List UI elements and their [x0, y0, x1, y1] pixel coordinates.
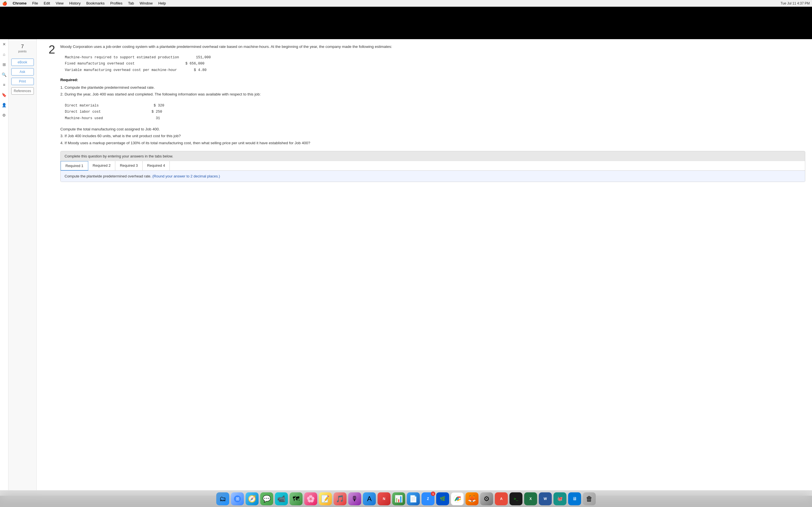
menu-bar: 🍎 Chrome File Edit View History Bookmark… [0, 0, 406, 7]
browser-content: ✕ ⌂ ⊞ 🔍 ≡ 🔖 👤 ⚙ 7 points eBook Ask Print… [0, 39, 406, 253]
tab-required-3[interactable]: Required 3 [115, 161, 143, 170]
question-1: 1. Compute the plantwide predetermined o… [60, 84, 406, 91]
action-panel: 7 points eBook Ask Print References [8, 39, 37, 253]
round-note: (Round your answer to 2 decimal places.) [152, 174, 220, 178]
question-number-box: 2 [43, 44, 60, 55]
tabs-row: Required 1 Required 2 Required 3 Require… [61, 161, 406, 171]
question-number: 2 [43, 44, 60, 55]
layers-icon[interactable]: ≡ [1, 82, 7, 88]
browser-window: ✕ ⌂ ⊞ 🔍 ≡ 🔖 👤 ⚙ 7 points eBook Ask Print… [0, 7, 406, 253]
points-badge: 7 points [18, 44, 27, 53]
tab-content: Compute the plantwide predetermined over… [61, 171, 406, 182]
estimate-row-1: Machine-hours required to support estima… [65, 54, 406, 61]
question-section: 2 Moody Corporation uses a job-order cos… [43, 44, 406, 186]
content-area: Moody Corporation uses a job-order costi… [60, 44, 406, 186]
user-icon[interactable]: 👤 [1, 102, 7, 108]
print-button[interactable]: Print [11, 78, 34, 85]
complete-box-text: Complete this question by entering your … [64, 154, 173, 158]
question-2: 2. During the year, Job 400 was started … [60, 91, 406, 98]
tab-content-text: Compute the plantwide predetermined over… [64, 174, 151, 178]
settings-icon[interactable]: ⚙ [1, 112, 7, 118]
complete-box: Complete this question by entering your … [60, 151, 406, 182]
points-number: 7 [18, 44, 27, 50]
ask-button[interactable]: Ask [11, 68, 34, 75]
browser-top-video [0, 7, 406, 39]
tab-required-4[interactable]: Required 4 [143, 161, 170, 170]
complete-box-header: Complete this question by entering your … [61, 151, 406, 161]
references-button[interactable]: References [11, 87, 34, 95]
question-4: 4. If Moody uses a markup percentage of … [60, 140, 406, 147]
question-2b: Compute the total manufacturing cost ass… [60, 126, 406, 133]
points-label: points [18, 50, 27, 53]
menu-edit[interactable]: Edit [42, 1, 52, 6]
question-3: 3. If Job 400 includes 60 units, what is… [60, 133, 406, 139]
ebook-button[interactable]: eBook [11, 59, 34, 66]
close-icon[interactable]: ✕ [1, 41, 7, 47]
tab-required-1[interactable]: Required 1 [61, 161, 88, 171]
job-row-3: Machine-hours used 31 [65, 115, 406, 122]
main-content: 2 Moody Corporation uses a job-order cos… [37, 39, 406, 253]
estimates-table: Machine-hours required to support estima… [65, 54, 406, 73]
menu-profiles[interactable]: Profiles [108, 1, 124, 6]
remaining-questions: Compute the total manufacturing cost ass… [60, 126, 406, 147]
grid-icon[interactable]: ⊞ [1, 62, 7, 67]
apple-logo[interactable]: 🍎 [2, 1, 7, 6]
job-data-table: Direct materials $ 320 Direct labor cost… [65, 103, 406, 122]
menu-window[interactable]: Window [137, 1, 155, 6]
menu-history[interactable]: History [67, 1, 83, 6]
bookmark-icon[interactable]: 🔖 [1, 92, 7, 98]
tab-required-2[interactable]: Required 2 [88, 161, 116, 170]
required-label: Required: [60, 78, 406, 82]
job-row-1: Direct materials $ 320 [65, 103, 406, 109]
menu-tab[interactable]: Tab [126, 1, 136, 6]
menu-file[interactable]: File [30, 1, 40, 6]
job-row-2: Direct labor cost $ 250 [65, 109, 406, 115]
menu-bookmarks[interactable]: Bookmarks [84, 1, 107, 6]
menu-help[interactable]: Help [156, 1, 168, 6]
menu-chrome[interactable]: Chrome [10, 1, 29, 6]
left-sidebar: ✕ ⌂ ⊞ 🔍 ≡ 🔖 👤 ⚙ [0, 39, 8, 253]
estimate-row-2: Fixed manufacturing overhead cost $ 656,… [65, 61, 406, 67]
home-icon[interactable]: ⌂ [1, 52, 7, 57]
estimate-row-3: Variable manufacturing overhead cost per… [65, 67, 406, 73]
problem-intro: Moody Corporation uses a job-order costi… [60, 44, 406, 50]
question-items: 1. Compute the plantwide predetermined o… [60, 84, 406, 98]
search-icon[interactable]: 🔍 [1, 72, 7, 77]
menu-view[interactable]: View [53, 1, 66, 6]
